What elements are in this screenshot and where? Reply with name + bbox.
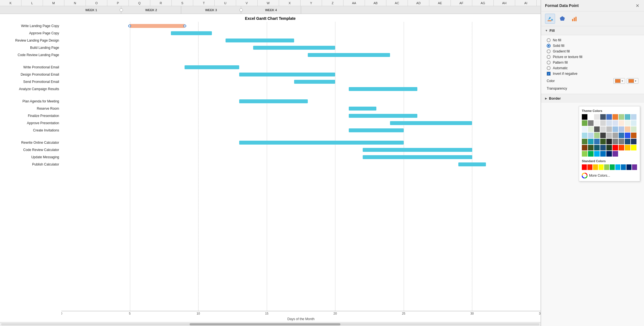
gantt-bar-8[interactable]	[294, 80, 335, 84]
theme-color-2[interactable]	[594, 114, 600, 120]
close-icon[interactable]: ✕	[635, 3, 640, 8]
theme-color-16[interactable]	[625, 120, 630, 126]
gantt-area[interactable]: 05101520253035 Days of the Month	[61, 22, 541, 322]
theme-color-7[interactable]	[625, 114, 630, 120]
gradient-fill-radio[interactable]	[547, 49, 551, 53]
theme-color-42[interactable]	[619, 139, 624, 144]
bar-handle-right[interactable]	[183, 25, 186, 27]
week-scroll-handle-2[interactable]	[239, 8, 243, 12]
gantt-bar-3[interactable]	[253, 46, 335, 50]
theme-color-17[interactable]	[631, 120, 636, 126]
week-scroll-handle-0[interactable]	[120, 8, 123, 12]
theme-color-19[interactable]	[588, 126, 594, 132]
invert-negative-checkbox[interactable]	[547, 72, 551, 76]
standard-color-8[interactable]	[626, 164, 631, 170]
theme-color-28[interactable]	[588, 133, 594, 138]
theme-color-9[interactable]	[582, 120, 587, 126]
border-section-header[interactable]: ▶ Border	[541, 94, 644, 103]
theme-color-22[interactable]	[606, 126, 612, 132]
solid-fill-option[interactable]: Solid fill	[547, 43, 638, 49]
standard-color-9[interactable]	[632, 164, 637, 170]
gantt-bar-9[interactable]	[349, 87, 417, 91]
theme-color-43[interactable]	[625, 139, 630, 144]
gantt-bar-20[interactable]	[458, 162, 486, 166]
theme-color-15[interactable]	[619, 120, 624, 126]
standard-color-0[interactable]	[582, 164, 587, 170]
theme-color-1[interactable]	[588, 114, 594, 120]
color-outline-button[interactable]: ▼	[627, 78, 638, 84]
gantt-bar-6[interactable]	[185, 65, 239, 69]
gantt-bar-18[interactable]	[363, 148, 472, 152]
gantt-bar-17[interactable]	[239, 141, 403, 145]
gantt-bar-13[interactable]	[349, 114, 417, 118]
theme-color-32[interactable]	[612, 133, 618, 138]
theme-color-8[interactable]	[631, 114, 636, 120]
theme-color-52[interactable]	[625, 145, 630, 150]
theme-color-10[interactable]	[588, 120, 594, 126]
gantt-bar-19[interactable]	[363, 155, 472, 159]
theme-color-45[interactable]	[582, 145, 587, 150]
theme-color-51[interactable]	[619, 145, 624, 150]
theme-color-6[interactable]	[619, 114, 624, 120]
gantt-bar-0[interactable]	[130, 24, 185, 28]
theme-color-14[interactable]	[612, 120, 618, 126]
theme-color-18[interactable]	[582, 126, 587, 132]
theme-color-53[interactable]	[631, 145, 636, 150]
theme-color-35[interactable]	[631, 133, 636, 138]
theme-color-12[interactable]	[600, 120, 606, 126]
theme-color-55[interactable]	[588, 151, 594, 157]
gradient-fill-option[interactable]: Gradient fill	[547, 49, 638, 54]
theme-color-54[interactable]	[582, 151, 587, 157]
automatic-radio[interactable]	[547, 66, 551, 70]
gantt-bar-4[interactable]	[308, 53, 390, 57]
theme-color-36[interactable]	[582, 139, 587, 144]
gantt-bar-14[interactable]	[390, 121, 472, 125]
theme-color-29[interactable]	[594, 133, 600, 138]
invert-negative-row[interactable]: Invert if negative	[547, 71, 638, 76]
theme-color-44[interactable]	[631, 139, 636, 144]
more-colors-button[interactable]: More Colors...	[582, 173, 637, 178]
gantt-bar-15[interactable]	[349, 128, 403, 132]
color-fill-button[interactable]: ▼	[613, 78, 625, 84]
effects-icon-btn[interactable]	[557, 14, 567, 24]
scrollbar-thumb[interactable]	[190, 323, 340, 325]
theme-color-40[interactable]	[606, 139, 612, 144]
theme-color-20[interactable]	[594, 126, 600, 132]
theme-color-56[interactable]	[594, 151, 600, 157]
gantt-bar-1[interactable]	[171, 31, 212, 35]
series-options-icon-btn[interactable]	[570, 14, 580, 24]
solid-fill-radio[interactable]	[547, 44, 551, 48]
theme-color-58[interactable]	[606, 151, 612, 157]
standard-color-2[interactable]	[593, 164, 598, 170]
theme-color-50[interactable]	[612, 145, 618, 150]
gantt-bar-2[interactable]	[226, 39, 294, 42]
theme-color-49[interactable]	[606, 145, 612, 150]
standard-color-6[interactable]	[615, 164, 620, 170]
standard-color-3[interactable]	[599, 164, 604, 170]
picture-fill-radio[interactable]	[547, 55, 551, 59]
theme-color-39[interactable]	[600, 139, 606, 144]
no-fill-radio[interactable]	[547, 38, 551, 42]
gantt-bar-7[interactable]	[239, 73, 335, 76]
theme-color-24[interactable]	[619, 126, 624, 132]
fill-section-header[interactable]: ▼ Fill	[541, 26, 644, 35]
theme-color-57[interactable]	[600, 151, 606, 157]
theme-color-31[interactable]	[606, 133, 612, 138]
horizontal-scrollbar[interactable]	[0, 322, 541, 326]
theme-color-13[interactable]	[606, 120, 612, 126]
theme-color-11[interactable]	[594, 120, 600, 126]
pattern-fill-radio[interactable]	[547, 61, 551, 64]
bar-handle-left[interactable]	[128, 25, 131, 27]
theme-color-4[interactable]	[606, 114, 612, 120]
theme-color-38[interactable]	[594, 139, 600, 144]
standard-color-1[interactable]	[587, 164, 592, 170]
theme-color-25[interactable]	[625, 126, 630, 132]
theme-color-30[interactable]	[600, 133, 606, 138]
standard-color-7[interactable]	[621, 164, 626, 170]
theme-color-26[interactable]	[631, 126, 636, 132]
automatic-option[interactable]: Automatic	[547, 65, 638, 71]
theme-color-34[interactable]	[625, 133, 630, 138]
theme-color-37[interactable]	[588, 139, 594, 144]
theme-color-0[interactable]	[582, 114, 587, 120]
fill-line-icon-btn[interactable]	[545, 14, 555, 24]
